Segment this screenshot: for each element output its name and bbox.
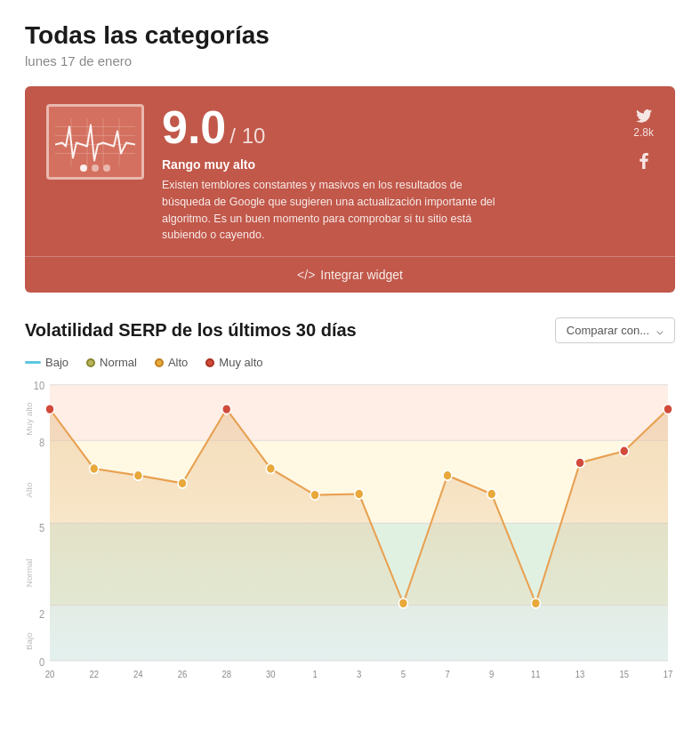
facebook-share[interactable] bbox=[634, 153, 654, 169]
svg-text:3: 3 bbox=[357, 669, 362, 679]
twitter-icon bbox=[634, 108, 654, 124]
datapoint-14 bbox=[664, 405, 672, 414]
svg-text:de dic.: de dic. bbox=[37, 679, 62, 680]
page-date: lunes 17 de enero bbox=[25, 53, 675, 68]
svg-text:de ene.: de ene. bbox=[345, 679, 374, 680]
svg-text:10: 10 bbox=[34, 381, 44, 392]
twitter-share[interactable]: 2.8k bbox=[633, 108, 654, 139]
svg-text:de dic.: de dic. bbox=[170, 679, 195, 680]
card-footer: </> Integrar widget bbox=[46, 257, 654, 293]
svg-text:24: 24 bbox=[133, 669, 143, 679]
svg-text:de dic.: de dic. bbox=[214, 679, 239, 680]
legend-normal-icon bbox=[86, 358, 95, 367]
datapoint-5 bbox=[266, 464, 275, 474]
score-image bbox=[46, 104, 144, 180]
svg-text:de ene.: de ene. bbox=[478, 679, 506, 680]
compare-dropdown[interactable]: Comparar con... ⌵ bbox=[555, 317, 675, 343]
svg-text:15: 15 bbox=[619, 669, 629, 679]
datapoint-6 bbox=[310, 490, 319, 500]
dot-3 bbox=[103, 165, 110, 172]
chevron-down-icon: ⌵ bbox=[656, 324, 664, 337]
datapoint-11 bbox=[531, 598, 540, 608]
datapoint-4 bbox=[222, 405, 231, 414]
datapoint-13 bbox=[620, 446, 629, 456]
datapoint-9 bbox=[443, 470, 452, 480]
svg-text:5: 5 bbox=[39, 523, 44, 534]
legend-muy-alto: Muy alto bbox=[205, 356, 262, 369]
dot-1 bbox=[80, 165, 87, 172]
chart-container: 10 8 5 2 0 Muy alto Alto Normal Bajo bbox=[25, 378, 675, 680]
legend-bajo: Bajo bbox=[25, 356, 68, 369]
score-card: 9.0/ 10 Rango muy alto Existen temblores… bbox=[25, 86, 675, 293]
datapoint-1 bbox=[90, 464, 99, 474]
chart-legend: Bajo Normal Alto Muy alto bbox=[25, 356, 675, 369]
score-total: / 10 bbox=[229, 124, 265, 148]
svg-text:11: 11 bbox=[531, 669, 541, 679]
svg-text:Muy alto: Muy alto bbox=[25, 402, 34, 435]
legend-bajo-icon bbox=[25, 361, 41, 364]
widget-link[interactable]: </> Integrar widget bbox=[297, 268, 403, 282]
score-number: 9.0 bbox=[162, 101, 226, 153]
svg-text:26: 26 bbox=[178, 669, 188, 679]
dot-2 bbox=[92, 165, 99, 172]
eeg-chart-icon bbox=[55, 116, 135, 169]
datapoint-8 bbox=[398, 598, 407, 608]
facebook-icon bbox=[634, 153, 654, 169]
legend-normal: Normal bbox=[86, 356, 137, 369]
legend-alto-icon bbox=[155, 358, 164, 367]
legend-alto-label: Alto bbox=[168, 356, 188, 369]
svg-text:20: 20 bbox=[45, 669, 55, 679]
legend-muy-alto-label: Muy alto bbox=[219, 356, 262, 369]
svg-text:13: 13 bbox=[575, 669, 585, 679]
band-muy-alto bbox=[50, 385, 668, 441]
svg-text:de dic.: de dic. bbox=[258, 679, 283, 680]
svg-text:Normal: Normal bbox=[25, 558, 34, 587]
svg-text:de ene.: de ene. bbox=[390, 679, 418, 680]
chart-svg: 10 8 5 2 0 Muy alto Alto Normal Bajo bbox=[25, 378, 675, 680]
legend-bajo-label: Bajo bbox=[45, 356, 68, 369]
svg-text:8: 8 bbox=[39, 437, 44, 448]
chart-title: Volatilidad SERP de los últimos 30 días bbox=[25, 320, 357, 341]
social-section: 2.8k bbox=[633, 104, 654, 169]
legend-alto: Alto bbox=[155, 356, 188, 369]
compare-label: Comparar con... bbox=[567, 324, 649, 337]
score-description: Existen temblores constantes y masivos e… bbox=[162, 177, 500, 244]
datapoint-10 bbox=[487, 489, 496, 499]
chart-section: Volatilidad SERP de los últimos 30 días … bbox=[25, 317, 675, 680]
svg-text:28: 28 bbox=[221, 669, 231, 679]
svg-text:de ene.: de ene. bbox=[610, 679, 639, 680]
datapoint-3 bbox=[178, 478, 187, 488]
datapoint-7 bbox=[355, 489, 364, 499]
code-icon: </> bbox=[297, 268, 315, 282]
chart-header: Volatilidad SERP de los últimos 30 días … bbox=[25, 317, 675, 343]
svg-text:de ene.: de ene. bbox=[566, 679, 594, 680]
svg-text:de dic.: de dic. bbox=[125, 679, 150, 680]
legend-normal-label: Normal bbox=[100, 356, 137, 369]
twitter-count: 2.8k bbox=[633, 126, 654, 139]
svg-text:22: 22 bbox=[89, 669, 99, 679]
svg-text:17: 17 bbox=[664, 669, 673, 679]
image-dots bbox=[80, 165, 110, 172]
legend-muy-alto-icon bbox=[205, 358, 214, 367]
datapoint-12 bbox=[575, 458, 584, 468]
svg-text:de ene.: de ene. bbox=[522, 679, 551, 680]
svg-text:de ene.: de ene. bbox=[654, 679, 675, 680]
datapoint-0 bbox=[45, 405, 54, 414]
svg-text:5: 5 bbox=[401, 669, 406, 679]
svg-text:9: 9 bbox=[489, 669, 495, 679]
svg-text:de ene.: de ene. bbox=[433, 679, 462, 680]
svg-text:0: 0 bbox=[39, 656, 44, 668]
score-rank-label: Rango muy alto bbox=[162, 157, 616, 172]
svg-text:Bajo: Bajo bbox=[25, 632, 34, 650]
svg-text:de dic.: de dic. bbox=[82, 679, 107, 680]
svg-text:2: 2 bbox=[39, 608, 44, 620]
svg-text:Alto: Alto bbox=[25, 483, 34, 498]
page-title: Todas las categorías bbox=[25, 21, 675, 50]
svg-text:1: 1 bbox=[312, 669, 318, 679]
svg-text:de ene.: de ene. bbox=[301, 679, 329, 680]
datapoint-2 bbox=[133, 470, 142, 480]
svg-text:7: 7 bbox=[445, 669, 450, 679]
svg-text:30: 30 bbox=[266, 669, 276, 679]
score-display: 9.0/ 10 bbox=[162, 104, 616, 150]
widget-link-label: Integrar widget bbox=[320, 268, 403, 282]
